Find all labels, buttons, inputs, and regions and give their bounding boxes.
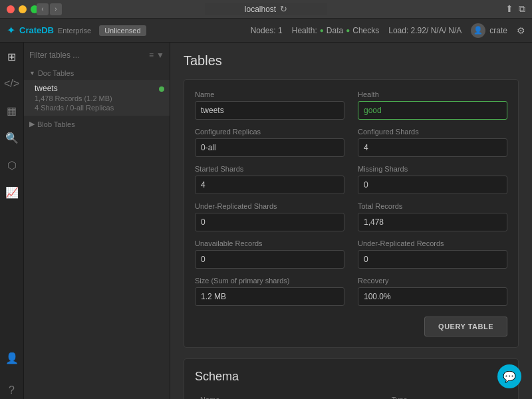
size-field: Size (Sum of primary shards) 1.2 MB <box>195 277 344 306</box>
cratedb-logo-icon: ✦ <box>7 24 15 37</box>
recovery-label: Recovery <box>358 277 507 285</box>
schema-table: Name Type account_userOBJECT <box>195 392 507 399</box>
query-table-button[interactable]: QUERY TABLE <box>424 317 507 336</box>
total-records-value: 1,478 <box>358 213 507 231</box>
size-label: Size (Sum of primary shards) <box>195 277 344 285</box>
name-field: Name tweets <box>195 90 344 120</box>
name-label: Name <box>195 90 344 98</box>
schema-col-name: Name <box>195 392 386 399</box>
unavailable-records-value: 0 <box>195 250 344 269</box>
username: crate <box>489 26 507 35</box>
logo-enterprise: Enterprise <box>58 27 91 35</box>
checks-health-dot: ● <box>346 27 350 34</box>
nav-cluster-icon[interactable]: ⬡ <box>5 156 19 174</box>
under-replicated-shards-label: Under-Replicated Shards <box>195 202 344 210</box>
close-button[interactable] <box>7 5 15 13</box>
forward-button[interactable]: › <box>50 3 62 15</box>
nav-help-icon[interactable]: ? <box>6 382 17 399</box>
missing-shards-field: Missing Shards 0 <box>358 165 507 194</box>
nav-arrows: ‹ › <box>37 3 62 15</box>
user-area[interactable]: 👤 crate <box>471 23 507 38</box>
table-records-meta: 1,478 Records (1.2 MB) <box>35 94 159 102</box>
fields-grid: Name tweets Health good Configured Repli… <box>195 90 507 306</box>
sidebar: ≡ ▼ ▼ Doc Tables tweets 1,478 Records (1… <box>24 43 170 399</box>
filter-bar: ≡ ▼ <box>24 48 170 63</box>
content-area: Tables Name tweets Health good Configure… <box>170 43 532 399</box>
doc-tables-arrow-icon: ▼ <box>29 70 35 76</box>
configured-replicas-label: Configured Replicas <box>195 128 344 136</box>
started-shards-field: Started Shards 4 <box>195 165 344 194</box>
main-layout: ⊞ </> ▦ 🔍 ⬡ 📈 👤 ? ≡ ▼ ▼ Doc Tables tweet… <box>0 43 532 399</box>
schema-col-type: Type <box>386 392 507 399</box>
reload-icon[interactable]: ↻ <box>280 4 287 14</box>
configured-shards-field: Configured Shards 4 <box>358 128 507 157</box>
settings-icon[interactable]: ⚙ <box>517 25 525 36</box>
configured-shards-label: Configured Shards <box>358 128 507 136</box>
filter-icons: ≡ ▼ <box>149 51 164 60</box>
recovery-field: Recovery 100.0% <box>358 277 507 306</box>
health-info: Health: ● Data ● Checks <box>292 26 380 35</box>
page-title: Tables <box>184 53 519 68</box>
share-icon[interactable]: ⬆ <box>505 3 513 15</box>
configured-replicas-field: Configured Replicas 0-all <box>195 128 344 157</box>
minimize-button[interactable] <box>19 5 27 13</box>
recovery-value: 100.0% <box>358 287 507 306</box>
nav-overview-icon[interactable]: ⊞ <box>5 48 19 66</box>
nav-code-icon[interactable]: </> <box>1 75 22 92</box>
table-name: tweets <box>35 84 159 93</box>
nodes-info: Nodes: 1 <box>251 26 283 35</box>
table-item-tweets[interactable]: tweets 1,478 Records (1.2 MB) 4 Shards /… <box>24 80 170 116</box>
logo-cratedb: CrateDB <box>19 25 54 35</box>
nav-monitoring-icon[interactable]: 📈 <box>3 184 21 201</box>
table-health-dot <box>159 86 164 92</box>
back-button[interactable]: ‹ <box>37 3 49 15</box>
license-badge: Unlicensed <box>99 25 146 36</box>
header-info: Nodes: 1 Health: ● Data ● Checks Load: 2… <box>251 23 525 38</box>
nav-search-icon[interactable]: 🔍 <box>3 129 21 147</box>
doc-tables-section[interactable]: ▼ Doc Tables <box>24 66 170 80</box>
filter-menu-icon[interactable]: ▼ <box>156 51 164 60</box>
schema-title: Schema <box>195 370 507 384</box>
under-replicated-records-field: Under-Replicated Records 0 <box>358 239 507 269</box>
nav-user-icon[interactable]: 👤 <box>3 349 21 367</box>
health-value: good <box>358 101 507 120</box>
under-replicated-records-label: Under-Replicated Records <box>358 239 507 247</box>
query-btn-row: QUERY TABLE <box>195 317 507 336</box>
blob-tables-arrow-icon: ▶ <box>29 120 35 128</box>
under-replicated-shards-field: Under-Replicated Shards 0 <box>195 202 344 231</box>
unavailable-records-field: Unavailable Records 0 <box>195 239 344 269</box>
app-header: ✦ CrateDB Enterprise Unlicensed Nodes: 1… <box>0 19 532 43</box>
url-bar[interactable]: localhost <box>245 5 276 14</box>
unavailable-records-label: Unavailable Records <box>195 239 344 247</box>
table-shards-meta: 4 Shards / 0-all Replicas <box>35 104 159 112</box>
name-value: tweets <box>195 101 344 120</box>
missing-shards-value: 0 <box>358 176 507 194</box>
total-records-field: Total Records 1,478 <box>358 202 507 231</box>
detail-panel: Name tweets Health good Configured Repli… <box>184 79 519 348</box>
started-shards-value: 4 <box>195 176 344 194</box>
under-replicated-shards-value: 0 <box>195 213 344 231</box>
window-icon[interactable]: ⧉ <box>519 3 525 15</box>
title-bar-icons: ⬆ ⧉ <box>505 3 525 15</box>
size-value: 1.2 MB <box>195 287 344 306</box>
blob-tables-section[interactable]: ▶ Blob Tables <box>24 116 170 132</box>
logo-area: ✦ CrateDB Enterprise <box>7 24 91 37</box>
missing-shards-label: Missing Shards <box>358 165 507 173</box>
title-bar: ‹ › localhost ↻ ⬆ ⧉ <box>0 0 532 19</box>
under-replicated-records-value: 0 <box>358 250 507 269</box>
health-field: Health good <box>358 90 507 120</box>
nav-table-icon[interactable]: ▦ <box>4 102 19 120</box>
configured-shards-value: 4 <box>358 138 507 157</box>
left-nav: ⊞ </> ▦ 🔍 ⬡ 📈 👤 ? <box>0 43 24 399</box>
filter-sort-icon[interactable]: ≡ <box>149 51 154 60</box>
load-info: Load: 2.92/ N/A/ N/A <box>388 26 462 35</box>
configured-replicas-value: 0-all <box>195 138 344 157</box>
traffic-lights <box>7 5 39 13</box>
schema-section: Schema Name Type account_userOBJECT <box>184 358 519 399</box>
chat-bubble[interactable]: 💬 <box>497 364 521 388</box>
started-shards-label: Started Shards <box>195 165 344 173</box>
filter-input[interactable] <box>29 51 145 60</box>
user-avatar: 👤 <box>471 23 485 38</box>
total-records-label: Total Records <box>358 202 507 210</box>
data-health-dot: ● <box>320 27 324 34</box>
